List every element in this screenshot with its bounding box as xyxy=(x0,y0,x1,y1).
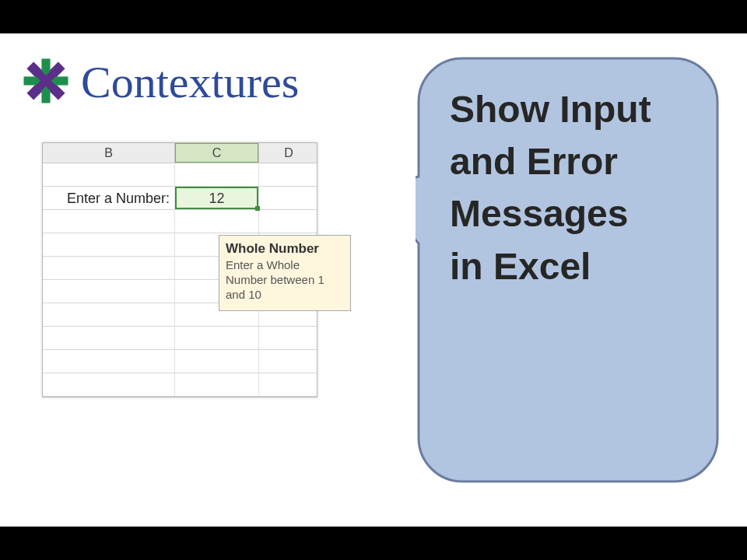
cell[interactable] xyxy=(259,327,318,349)
cell[interactable] xyxy=(43,350,175,373)
cell[interactable] xyxy=(175,350,259,373)
cell[interactable] xyxy=(43,257,175,279)
cell[interactable] xyxy=(259,210,318,233)
column-headers: B C D xyxy=(43,143,317,163)
cell[interactable] xyxy=(43,163,175,186)
callout-line: Show Input xyxy=(450,83,694,135)
brand-name: Contextures xyxy=(81,60,299,105)
callout-line: in Excel xyxy=(450,240,694,292)
table-row xyxy=(43,350,317,373)
speech-callout: Show Input and Error Messages in Excel xyxy=(416,55,721,485)
cell-label-enter-number[interactable]: Enter a Number: xyxy=(43,187,175,209)
cell[interactable] xyxy=(259,187,318,209)
table-row xyxy=(43,373,317,397)
cell[interactable] xyxy=(43,303,175,326)
cell[interactable] xyxy=(259,373,318,396)
cell[interactable] xyxy=(259,350,318,373)
cell[interactable] xyxy=(43,233,175,256)
table-row xyxy=(43,210,317,233)
letterbox-top xyxy=(0,0,747,33)
tooltip-line: and 10 xyxy=(226,288,261,301)
callout-line: Messages xyxy=(450,187,694,240)
letterbox-bottom xyxy=(0,527,747,560)
col-header-c[interactable]: C xyxy=(175,143,259,163)
table-row xyxy=(43,327,317,350)
input-message-tooltip: Whole Number Enter a Whole Number betwee… xyxy=(219,235,351,311)
cell[interactable] xyxy=(175,373,259,396)
tooltip-body: Enter a Whole Number between 1 and 10 xyxy=(226,258,344,302)
slide: Contextures B C D Enter a Number: 12 xyxy=(0,33,747,527)
tooltip-title: Whole Number xyxy=(226,240,344,257)
table-row xyxy=(43,163,317,187)
cell[interactable] xyxy=(43,210,175,233)
tooltip-line: Number between 1 xyxy=(226,273,324,286)
col-header-b[interactable]: B xyxy=(43,143,175,163)
callout-text: Show Input and Error Messages in Excel xyxy=(450,83,694,292)
table-row: Enter a Number: 12 xyxy=(43,187,317,210)
col-header-d[interactable]: D xyxy=(259,143,318,163)
cell[interactable] xyxy=(175,210,259,233)
callout-line: and Error xyxy=(450,135,694,187)
cell[interactable] xyxy=(43,327,175,349)
cell-selected[interactable]: 12 xyxy=(175,187,259,209)
tooltip-line: Enter a Whole xyxy=(226,258,300,271)
cell[interactable] xyxy=(175,163,259,186)
cell[interactable] xyxy=(175,327,259,349)
cell[interactable] xyxy=(259,163,318,186)
brand-logo-icon xyxy=(22,57,70,108)
spreadsheet: B C D Enter a Number: 12 xyxy=(42,142,317,397)
rows: Enter a Number: 12 xyxy=(43,163,317,397)
cell[interactable] xyxy=(43,373,175,396)
brand: Contextures xyxy=(22,57,299,108)
cell[interactable] xyxy=(43,280,175,303)
